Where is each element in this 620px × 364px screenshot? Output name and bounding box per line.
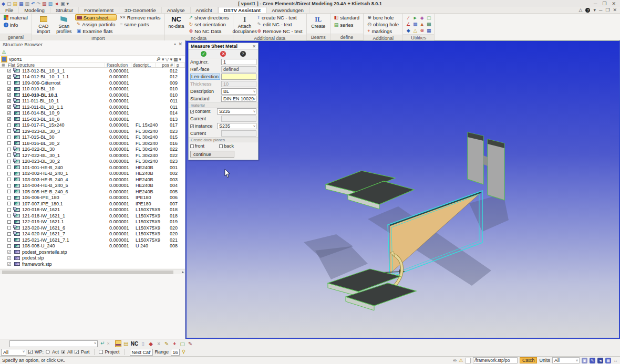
window-control-icon[interactable]: ─	[594, 1, 597, 6]
cad-import-button[interactable]: CADimport	[34, 14, 53, 34]
row-checkbox[interactable]	[7, 75, 11, 79]
table-row[interactable]: 116-014-BL_10_9 0.000001 014	[0, 110, 185, 117]
row-checkbox[interactable]	[7, 226, 11, 230]
command-icon[interactable]: ◆	[148, 340, 154, 347]
row-checkbox[interactable]	[7, 160, 11, 163]
qat-icon[interactable]: ▢	[7, 1, 12, 6]
back-checkbox[interactable]	[219, 144, 223, 148]
table-row[interactable]: 123-020-IW_1621_6 0.000001 L150X75X9 020	[0, 225, 185, 231]
table-row[interactable]: 118-016-BL_30_2 0.000001 FL 30x240 016	[0, 140, 185, 147]
table-row[interactable]: 124-020-IW_1621_7 0.000001 L150X75X9 020	[0, 231, 185, 237]
content-checkbox[interactable]	[190, 110, 194, 113]
remove-marks-button[interactable]: ××Remove marks	[118, 14, 162, 20]
remove-nc-text-button[interactable]: ⊗Remove NC - text	[256, 28, 304, 34]
panel-close-icon[interactable]: ✕	[178, 41, 182, 47]
dialog-close-icon[interactable]: ✕	[252, 44, 256, 49]
create-nc-text-button[interactable]: Tcreate NC - text	[256, 14, 304, 20]
table-row[interactable]: 112-011-BL_10_1.1 0.000001 011	[0, 104, 185, 110]
table-row[interactable]: 120-018-IW_1621 0.000001 L150X75X9 018	[0, 207, 185, 213]
row-checkbox[interactable]	[7, 262, 11, 266]
ribbon-tab[interactable]: Ansicht	[191, 7, 218, 13]
qat-icon[interactable]: ◄	[54, 1, 59, 6]
command-icon[interactable]: ✎	[187, 340, 193, 347]
view-options-dropdown-icon[interactable]: ▾	[179, 57, 181, 62]
scan-profiles-button[interactable]: Scanprofiles	[55, 14, 74, 34]
len-direction-input[interactable]	[221, 74, 256, 80]
filter-icon[interactable]: ▽	[166, 57, 169, 62]
row-checkbox[interactable]	[7, 220, 11, 224]
utility-icon[interactable]: ⊗	[419, 28, 425, 34]
column-header-pos[interactable]: pos #	[156, 63, 175, 67]
row-checkbox[interactable]	[7, 153, 11, 157]
ribbon-tab[interactable]: Anwendungen	[266, 7, 309, 13]
scrollbar-arrow-icon[interactable]: ▸	[182, 270, 184, 274]
table-row[interactable]: 114-012-BL_10_1_1.1 0.000001 012	[0, 74, 185, 80]
row-checkbox[interactable]	[7, 136, 11, 139]
utility-icon[interactable]: ▢	[426, 15, 432, 21]
table-row[interactable]: podest_posnrteile.stp	[0, 249, 185, 255]
ribbon-tab[interactable]: Formelement	[79, 7, 119, 13]
table-row[interactable]: framework.stp	[0, 261, 185, 267]
search-dropdown-icon[interactable]: ▾	[162, 57, 164, 62]
table-row[interactable]: 125-021-IW_1621_7.1 0.000001 L150X75X9 0…	[0, 237, 185, 243]
row-checkbox[interactable]	[7, 214, 11, 217]
table-row[interactable]: podest.stp	[0, 255, 185, 262]
row-checkbox[interactable]	[7, 69, 11, 72]
utility-icon[interactable]: ►	[412, 15, 418, 21]
bore-hole-button[interactable]: ⊕bore hole	[366, 14, 395, 20]
filter-dropdown-icon[interactable]: ▾	[170, 57, 172, 62]
restore-doc-icon[interactable]: ❐	[605, 7, 609, 13]
standard-button[interactable]: ◧standard	[333, 14, 361, 20]
table-row[interactable]: 128-023-BL_30_2 0.000001 FL 30x240 023	[0, 159, 185, 165]
table-row[interactable]: 121-018-IW_1621_1 0.000001 L150X75X9 018	[0, 213, 185, 219]
ribbon-tab[interactable]: Struktur	[50, 7, 79, 13]
table-row[interactable]: 127-022-BL_30_1 0.000001 FL 30x240 022	[0, 152, 185, 159]
ribbon-tab[interactable]: 3D-Geometrie	[119, 7, 162, 13]
table-row[interactable]: 110-010-BL 10.1 0.000001 010	[0, 92, 185, 98]
row-checkbox[interactable]	[7, 256, 11, 260]
command-icon[interactable]: ▯	[140, 340, 146, 347]
oblong-hole-button[interactable]: ◎oblong hole	[366, 21, 400, 27]
status-icon[interactable]: ▦	[605, 358, 611, 363]
dialog-help-button[interactable]: ?	[240, 51, 246, 57]
command-icon[interactable]: +	[171, 340, 178, 347]
table-row[interactable]: 126-022-BL_30 0.000001 FL 30x240 022	[0, 147, 185, 153]
window-control-icon[interactable]: ❐	[602, 1, 606, 6]
table-row[interactable]: 107-007.IPE_180.1 0.000001 IPE180 007	[0, 201, 185, 207]
close-doc-icon[interactable]: ✕	[613, 7, 617, 13]
material-button[interactable]: material	[2, 14, 29, 20]
row-checkbox[interactable]	[7, 202, 11, 205]
project-checkbox[interactable]	[99, 350, 103, 354]
row-checkbox[interactable]	[7, 238, 11, 242]
range-input[interactable]: 16	[171, 349, 180, 356]
ribbon-tab[interactable]: Modeling	[19, 7, 50, 13]
wp-checkbox[interactable]	[28, 350, 33, 354]
row-checkbox[interactable]	[7, 148, 11, 151]
row-checkbox[interactable]	[7, 190, 11, 193]
standard-select[interactable]: DIN EN 10029	[221, 96, 256, 102]
utility-icon[interactable]: ▲	[419, 22, 425, 27]
scope-select[interactable]: All	[1, 349, 26, 356]
qat-icon[interactable]: ▦	[19, 1, 24, 6]
alert-icon[interactable]: △	[579, 7, 583, 13]
instance-checkbox[interactable]	[190, 124, 194, 128]
command-icon[interactable]: ×	[156, 340, 162, 347]
catch-button[interactable]: Catch	[520, 357, 538, 363]
table-row[interactable]: 102-002-HE-B_240_1 0.000001 HE240B 002	[0, 171, 185, 177]
ang-incr-input[interactable]: 1	[221, 59, 256, 65]
status-box[interactable]	[465, 358, 471, 363]
qat-icon[interactable]: ◆	[2, 1, 5, 6]
attach-docuplanes-button[interactable]: I Attachdocuplanes	[235, 14, 254, 34]
status-icon[interactable]: ✎	[590, 358, 595, 363]
qat-icon[interactable]: ▾	[67, 1, 69, 6]
tree-toggle-icon[interactable]: ▦	[2, 63, 5, 68]
scan-sheet-button[interactable]: Scan sheet	[75, 14, 117, 20]
viewport-3d[interactable]: Measure Sheet Metal ✕ ✓ ✕ ? Ang.incr.1 R…	[185, 40, 620, 339]
browser-horizontal-scrollbar[interactable]: ▸	[0, 269, 185, 274]
table-row[interactable]: 109-009-Gitterrost 0.000001 009	[0, 80, 185, 86]
table-row[interactable]: 106-006-IPE_180 0.000001 IPE180 006	[0, 195, 185, 201]
current-path-field[interactable]: /framework.stp/po	[473, 357, 518, 363]
help-dropdown-icon[interactable]: ▾	[593, 7, 596, 13]
window-control-icon[interactable]: ✕	[612, 1, 616, 6]
continue-button[interactable]: continue	[190, 151, 234, 158]
